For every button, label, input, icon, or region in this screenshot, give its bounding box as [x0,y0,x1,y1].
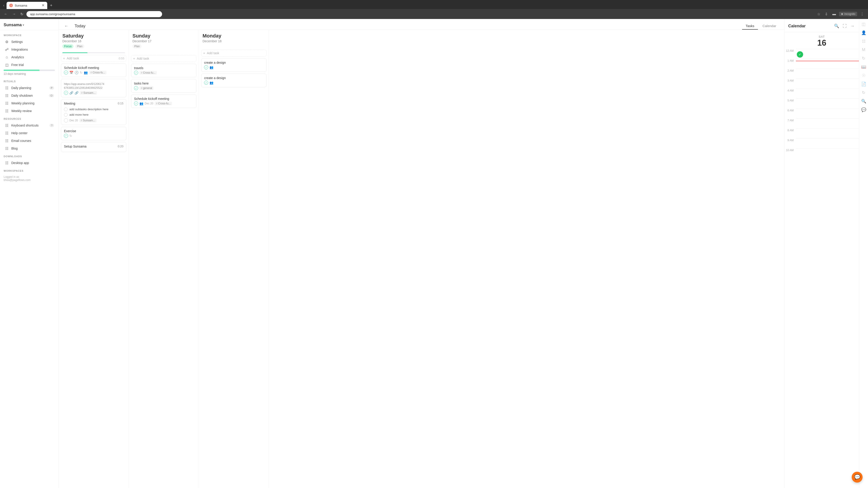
task-title-kickoff-sun: Schedule kickoff meeting [134,97,193,101]
daily-shutdown-icon: ☷ [4,93,9,98]
focus-badge[interactable]: Focus [62,44,73,48]
task-check-kickoff-sun[interactable]: ✓ [134,101,138,105]
extensions-button[interactable]: ▬ [831,11,837,17]
free-trial-icon: ◫ [4,63,9,67]
workspace-logo[interactable]: Sunsama ▾ [4,23,24,27]
browser-tabs: ‹ S Sunsama ✕ + [0,0,868,9]
sidebar-item-free-trial[interactable]: ◫ Free trial [1,61,58,69]
cal-icon-clock-refresh[interactable]: ↻ [862,90,865,95]
sidebar-item-desktop-app[interactable]: ☷ Desktop app [1,159,58,167]
time-label-8am: 8 AM [784,128,796,132]
nav-back-button[interactable]: ← [63,23,69,29]
cal-icon-mail[interactable]: M [862,47,865,52]
plan-badge-sun[interactable]: Plan [132,44,142,48]
add-task-saturday[interactable]: + Add task 0:55 [61,55,126,62]
calendar-collapse[interactable]: → [849,23,855,29]
sidebar-item-analytics[interactable]: ⌂ Analytics [1,53,58,61]
cal-icon-notebook[interactable]: 📖 [861,64,866,69]
address-bar[interactable] [26,11,162,17]
cal-icon-chat[interactable]: 💬 [861,107,866,112]
subtask-check-2[interactable] [64,113,68,117]
time-slot-1am: 1 AM [784,59,859,69]
reload-button[interactable]: ↻ [19,11,25,17]
task-card-url-sat[interactable]: https://app.asana.com/0/1206174676385119… [61,79,126,97]
tab-tasks[interactable]: Tasks [742,23,758,30]
task-check-exercise[interactable]: ✓ [64,134,68,138]
meeting-date: Dec 20 [69,119,78,122]
sidebar-item-weekly-planning[interactable]: ☷ Weekly planning [1,99,58,107]
task-title-tasks-here: tasks here [134,82,193,85]
task-check-meeting[interactable] [64,119,68,123]
desktop-app-label: Desktop app [11,161,54,165]
task-card-tasks-here[interactable]: tasks here ✓ # general [131,79,196,93]
task-card-meeting-sat[interactable]: Meeting 0:15 add subtasks description he… [61,99,126,125]
cal-icon-grid[interactable]: ◫ [862,22,866,27]
sidebar-item-weekly-review[interactable]: ☷ Weekly review [1,107,58,115]
sidebar-item-blog[interactable]: ☷ Blog [1,144,58,152]
tab-close-button[interactable]: ✕ [41,4,44,7]
task-check-design-1[interactable]: ✓ [204,65,208,69]
sidebar-item-keyboard-shortcuts[interactable]: ☷ Keyboard shortcuts ? [1,122,58,129]
sidebar-item-integrations[interactable]: ☍ Integrations [1,46,58,53]
menu-button[interactable]: ⋮ [859,11,865,17]
task-title-schedule-kickoff-sat: Schedule kickoff meeting [64,66,123,70]
subtask-check-1[interactable] [64,107,68,111]
saturday-name: Saturday [62,33,125,39]
sidebar-item-email-courses[interactable]: ☷ Email courses [1,137,58,144]
meeting-header: Meeting 0:15 [64,102,123,105]
task-card-create-design-2[interactable]: create a design ✓ 👥 [201,74,267,87]
add-task-sunday[interactable]: + Add task [131,55,196,62]
sidebar-item-settings[interactable]: ⚙ Settings [1,38,58,46]
time-label-2am: 2 AM [784,69,796,72]
forward-button[interactable]: → [11,11,17,17]
sidebar-item-help-center[interactable]: ☷ Help center [1,129,58,137]
cal-icon-location[interactable]: ☉ [862,73,866,78]
user-email: bhea@pageflows.com [4,178,55,182]
task-card-travels[interactable]: travels ✓ # Cross-fu... [131,64,196,77]
calendar-panel-header: Calendar 🔍 ⛶ → [784,19,859,32]
task-card-setup-sunsama[interactable]: Setup Sunsama 0:20 [61,142,126,152]
task-check-travels[interactable]: ✓ [134,71,138,75]
link2-icon: 🔗 [74,91,79,95]
task-card-schedule-kickoff-sun[interactable]: Schedule kickoff meeting ✓ 👥 Dec 20 # Cr… [131,94,196,108]
back-button[interactable]: ← [3,11,9,17]
sidebar-item-daily-shutdown[interactable]: ☷ Daily shutdown O [1,92,58,99]
task-check-url[interactable]: ✓ [64,91,68,95]
setup-header: Setup Sunsama 0:20 [64,144,123,148]
task-check-design-2[interactable]: ✓ [204,80,208,85]
cal-icon-people[interactable]: 👤 [861,30,866,35]
browser-tab-active[interactable]: S Sunsama ✕ [6,2,47,9]
new-tab-button[interactable]: + [48,3,54,8]
task-meta-kickoff-sat: ✓ 📅 🕐 ↻ 👥 # Cross-fu... [64,70,123,74]
time-label-6am: 6 AM [784,108,796,112]
download-button[interactable]: ⇩ [824,11,829,17]
sidebar-item-daily-planning[interactable]: ☷ Daily planning P [1,84,58,92]
task-check-tasks-here[interactable]: ✓ [134,86,138,90]
today-button[interactable]: Today [73,23,87,29]
task-card-schedule-kickoff-sat[interactable]: Schedule kickoff meeting ✓ 📅 🕐 ↻ 👥 # Cro… [61,64,126,77]
calendar-zoom-in[interactable]: 🔍 [833,23,840,29]
cal-icon-table[interactable]: ☷ [862,39,866,44]
tab-scroll-back[interactable]: ‹ [2,3,6,8]
cal-icon-doc[interactable]: 📄 [861,82,866,87]
chat-fab-button[interactable]: 💬 [852,472,863,483]
plan-badge-sat[interactable]: Plan [75,44,84,48]
bookmark-button[interactable]: ☆ [816,11,822,17]
cal-day-number: 16 [817,38,826,47]
chevron-down-icon: ▾ [23,24,24,27]
incognito-badge: ♚ Incognito [839,12,857,16]
days-columns: Saturday December 16 Focus Plan + Ad [59,30,784,488]
time-line-4am [796,89,859,98]
task-check-kickoff-sat[interactable]: ✓ [64,70,68,74]
link-icon: 🔗 [69,91,73,95]
cal-icon-search[interactable]: 🔍 [861,99,866,104]
day-col-saturday: Saturday December 16 Focus Plan + Ad [59,30,129,488]
add-task-monday[interactable]: + Add task [201,50,267,57]
time-label-7am: 7 AM [784,119,796,122]
task-card-exercise[interactable]: Exercise ✓ ↻ [61,127,126,140]
tab-calendar[interactable]: Calendar [759,23,780,30]
cal-icon-refresh[interactable]: ↻ [862,56,865,61]
calendar-expand[interactable]: ⛶ [842,23,848,29]
task-card-create-design-1[interactable]: create a design ✓ 👥 [201,58,267,72]
trial-days-remaining: 13 days remaining [0,72,59,77]
